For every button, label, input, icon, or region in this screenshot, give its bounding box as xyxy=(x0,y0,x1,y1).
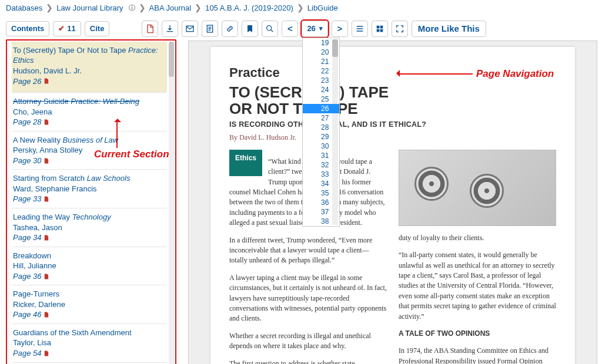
body-text: “In all-party consent states, it would g… xyxy=(399,250,556,322)
cite-button[interactable]: Cite xyxy=(85,21,110,36)
link-icon[interactable] xyxy=(222,21,238,37)
toc-item[interactable]: A New Reality Business of LawPersky, Ann… xyxy=(12,131,167,170)
list-view-icon[interactable] xyxy=(352,21,368,37)
toolbar: < 26▾ 1920212223242526272829303132333435… xyxy=(142,21,602,37)
page-dropdown[interactable]: 1920212223242526272829303132333435363738 xyxy=(302,38,340,227)
crumb-library[interactable]: Law Journal Library xyxy=(56,3,123,14)
bookmark-icon[interactable] xyxy=(242,21,258,37)
page-option[interactable]: 33 xyxy=(303,170,339,179)
svg-rect-6 xyxy=(380,29,383,32)
check-badge-icon: ✔ xyxy=(58,23,65,34)
page-option[interactable]: 35 xyxy=(303,188,339,198)
page-option[interactable]: 25 xyxy=(303,95,339,104)
article-byline: By David L. Hudson Jr. xyxy=(229,133,556,143)
body-text: A lawyer taping a client may be illegal … xyxy=(229,273,387,324)
page-option[interactable]: 19 xyxy=(303,38,339,48)
page-select[interactable]: 26▾ 192021222324252627282930313233343536… xyxy=(302,21,327,37)
scrollbar-track[interactable] xyxy=(169,42,174,364)
body-text: duty of loyalty to their clients. xyxy=(399,233,556,243)
page-option[interactable]: 38 xyxy=(303,217,339,226)
download-icon[interactable] xyxy=(162,21,178,37)
page-option[interactable]: 29 xyxy=(303,132,339,141)
page-option[interactable]: 24 xyxy=(303,85,339,95)
grid-view-icon[interactable] xyxy=(372,21,388,37)
page-option[interactable]: 31 xyxy=(303,151,339,160)
toc-item[interactable]: Starting from Scratch Law SchoolsWard, S… xyxy=(12,169,167,208)
arrow-icon xyxy=(116,121,118,148)
page-option[interactable]: 26 xyxy=(303,104,339,113)
page-option[interactable]: 37 xyxy=(303,207,339,217)
document-viewer[interactable]: Practice TO (SECRETLY) TAPEOR NOT TO TAP… xyxy=(188,41,597,364)
page-option[interactable]: 22 xyxy=(303,66,339,76)
page-option[interactable]: 32 xyxy=(303,160,339,170)
more-like-this-button[interactable]: More Like This xyxy=(412,21,486,37)
fullscreen-icon[interactable] xyxy=(392,21,408,37)
body-text: The first question to address is whether… xyxy=(229,359,387,364)
page-option[interactable]: 28 xyxy=(303,123,339,132)
toc-item[interactable]: Page-TurnersRicker, DarlenePage 46 xyxy=(12,285,167,323)
svg-point-2 xyxy=(267,26,272,31)
arrow-icon xyxy=(397,73,473,75)
svg-rect-3 xyxy=(377,26,380,29)
page-option[interactable]: 36 xyxy=(303,198,339,207)
body-text: In 1974, the ABA Standing Committee on E… xyxy=(399,346,556,364)
article-subhead: IS RECORDING OTHERS LEGAL, AND IS IT ETH… xyxy=(229,119,556,130)
subhead: A TALE OF TWO OPINIONS xyxy=(399,329,556,339)
crumb-libguide[interactable]: LibGuide xyxy=(307,3,338,14)
citations-button[interactable]: ✔11 xyxy=(53,21,81,36)
scrollbar-thumb[interactable] xyxy=(169,42,174,77)
toc-item[interactable]: Attorney Suicide Practice: Well-BeingCho… xyxy=(12,92,167,131)
svg-rect-4 xyxy=(380,26,383,29)
page-option[interactable]: 34 xyxy=(303,179,339,188)
next-page-icon[interactable]: > xyxy=(332,21,348,37)
crumb-journal[interactable]: ABA Journal xyxy=(149,3,192,14)
article-title: TO (SECRETLY) TAPEOR NOT TO TAPE xyxy=(229,85,556,117)
email-icon[interactable] xyxy=(182,21,198,37)
prev-page-icon[interactable]: < xyxy=(282,21,298,37)
page-option[interactable]: 27 xyxy=(303,113,339,123)
toc-item[interactable]: Guardians of the Sixth AmendmentTaylor, … xyxy=(12,323,167,362)
svg-rect-5 xyxy=(377,29,380,32)
article-image xyxy=(399,150,556,226)
contents-panel: To (Secretly) Tape Or Not to Tape Practi… xyxy=(6,39,176,364)
chevron-down-icon: ▾ xyxy=(319,24,323,33)
toc-item[interactable]: Miscellaneous DocumentsPage 62 xyxy=(12,362,167,364)
contents-button[interactable]: Contents xyxy=(6,21,49,36)
body-text: In a different tweet, Trump wondered, “E… xyxy=(229,235,387,266)
crumb-volume[interactable]: 105 A.B.A. J. (2019-2020) xyxy=(205,3,293,14)
toc-item[interactable]: Leading the Way TechnologyTashea, JasonP… xyxy=(12,208,167,247)
page-option[interactable]: 20 xyxy=(303,48,339,57)
page-option[interactable]: 30 xyxy=(303,141,339,151)
breadcrumb: Databases❯ Law Journal Libraryⓘ❯ ABA Jou… xyxy=(0,0,602,16)
ethics-tag: Ethics xyxy=(229,150,262,176)
page-option[interactable]: 23 xyxy=(303,76,339,85)
search-icon[interactable] xyxy=(262,21,278,37)
text-icon[interactable] xyxy=(202,21,218,37)
body-text: Whether a secret recording is illegal an… xyxy=(229,331,387,352)
pdf-icon[interactable] xyxy=(142,21,158,37)
toc-item[interactable]: To (Secretly) Tape Or Not to Tape Practi… xyxy=(12,42,167,92)
document-page: Practice TO (SECRETLY) TAPEOR NOT TO TAP… xyxy=(210,47,575,364)
page-option[interactable]: 21 xyxy=(303,57,339,66)
toc-item[interactable]: BreakdownHill, JuliannePage 36 xyxy=(12,247,167,285)
info-icon[interactable]: ⓘ xyxy=(129,4,135,12)
crumb-databases[interactable]: Databases xyxy=(6,3,42,14)
